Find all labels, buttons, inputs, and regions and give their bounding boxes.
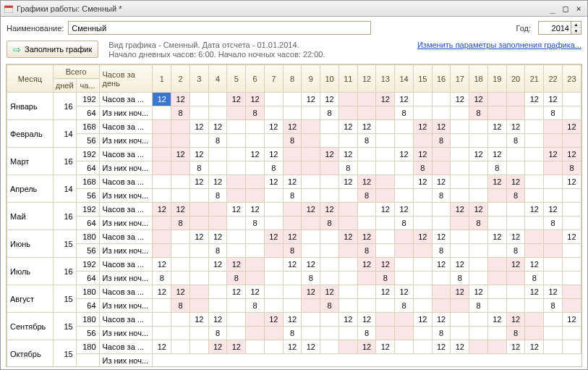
hour-cell[interactable] [395,313,414,327]
night-cell[interactable] [506,272,525,285]
night-cell[interactable] [264,134,283,148]
night-cell[interactable] [544,327,563,340]
col-total[interactable]: Всего [53,65,99,79]
hour-cell[interactable]: 12 [153,258,171,272]
night-cell[interactable] [525,106,544,120]
hour-cell[interactable]: 12 [283,258,302,272]
hour-cell[interactable] [451,175,469,189]
hour-cell[interactable]: 12 [283,175,302,189]
hour-cell[interactable] [413,93,432,106]
maximize-button[interactable]: □ [560,4,571,14]
hour-cell[interactable] [395,175,414,189]
hour-cell[interactable] [395,120,414,134]
hour-cell[interactable] [451,120,469,134]
night-cell[interactable]: 8 [227,272,246,285]
hour-cell[interactable] [302,313,320,327]
night-cell[interactable]: 8 [395,106,414,120]
hour-cell[interactable]: 12 [189,175,208,189]
night-label-cell[interactable]: Из них ноч... [99,299,153,313]
hour-cell[interactable]: 12 [302,203,320,216]
month-cell[interactable]: Апрель [7,175,54,203]
night-cell[interactable] [264,272,283,285]
col-day-11[interactable]: 11 [338,65,357,93]
night-cell[interactable]: 8 [302,272,320,285]
hour-cell[interactable] [246,313,265,327]
hour-cell[interactable]: 12 [376,258,395,272]
night-cell[interactable] [227,216,246,230]
hour-cell[interactable]: 12 [432,175,451,189]
night-cell[interactable] [432,299,451,313]
night-label-cell[interactable]: Из них ноч... [99,244,153,258]
hour-cell[interactable]: 12 [562,230,581,244]
hour-cell[interactable]: 12 [506,230,525,244]
night-cell[interactable]: 8 [395,216,414,230]
hour-cell[interactable]: 12 [525,285,544,299]
night-cell[interactable]: 8 [246,216,265,230]
hour-cell[interactable] [544,258,563,272]
hour-cell[interactable]: 12 [469,148,488,161]
night-label-cell[interactable]: Из них ноч... [99,216,153,230]
hour-cell[interactable] [525,148,544,161]
col-day-8[interactable]: 8 [283,65,302,93]
hour-cell[interactable] [227,148,246,161]
hour-cell[interactable]: 12 [264,313,283,327]
night-cell[interactable]: 8 [544,216,563,230]
night-cell[interactable] [525,134,544,148]
night-cell[interactable] [171,134,190,148]
night-cell[interactable] [357,216,376,230]
night-cell[interactable]: 8 [525,272,544,285]
hour-cell[interactable]: 12 [432,340,451,354]
hour-cell[interactable] [432,285,451,299]
night-cell[interactable] [544,189,563,203]
night-cell[interactable] [562,106,581,120]
night-cell[interactable] [302,161,320,175]
col-day-3[interactable]: 3 [189,65,208,93]
hour-cell[interactable]: 12 [525,340,544,354]
hour-cell[interactable] [264,93,283,106]
hour-cell[interactable]: 12 [189,313,208,327]
night-cell[interactable] [338,189,357,203]
hour-cell[interactable] [469,230,488,244]
night-cell[interactable] [469,244,488,258]
hpd-cell[interactable]: Часов за ... [99,285,153,299]
hour-cell[interactable] [562,258,581,272]
night-cell[interactable] [189,244,208,258]
night-cell[interactable] [264,244,283,258]
night-cell[interactable]: 8 [320,106,339,120]
hour-cell[interactable]: 12 [525,258,544,272]
hours-cell[interactable]: 192 [76,258,99,272]
hour-cell[interactable]: 12 [208,230,227,244]
hour-cell[interactable] [227,230,246,244]
night-cell[interactable]: 8 [320,216,339,230]
night-cell[interactable] [376,106,395,120]
night-cell[interactable] [487,244,506,258]
col-day-5[interactable]: 5 [227,65,246,93]
hour-cell[interactable]: 12 [469,203,488,216]
col-day-14[interactable]: 14 [395,65,414,93]
hour-cell[interactable] [469,258,488,272]
hour-cell[interactable]: 12 [338,313,357,327]
hour-cell[interactable] [283,285,302,299]
hour-cell[interactable]: 12 [506,175,525,189]
days-cell[interactable]: 15 [53,230,76,258]
night-cell[interactable] [562,299,581,313]
hour-cell[interactable]: 12 [153,203,171,216]
hour-cell[interactable] [153,313,171,327]
hour-cell[interactable] [469,313,488,327]
night-cell[interactable] [413,244,432,258]
hour-cell[interactable]: 12 [320,93,339,106]
hour-cell[interactable] [395,230,414,244]
night-cell[interactable] [171,161,190,175]
hour-cell[interactable]: 12 [487,313,506,327]
hour-cell[interactable] [208,285,227,299]
night-total-cell[interactable]: 64 [76,272,99,285]
night-cell[interactable] [208,216,227,230]
month-cell[interactable]: Март [7,148,54,175]
month-cell[interactable]: Январь [7,93,54,120]
hour-cell[interactable] [562,203,581,216]
days-cell[interactable]: 15 [53,285,76,313]
hour-cell[interactable] [487,258,506,272]
hour-cell[interactable] [544,313,563,327]
hour-cell[interactable] [171,230,190,244]
hour-cell[interactable]: 12 [283,340,302,354]
